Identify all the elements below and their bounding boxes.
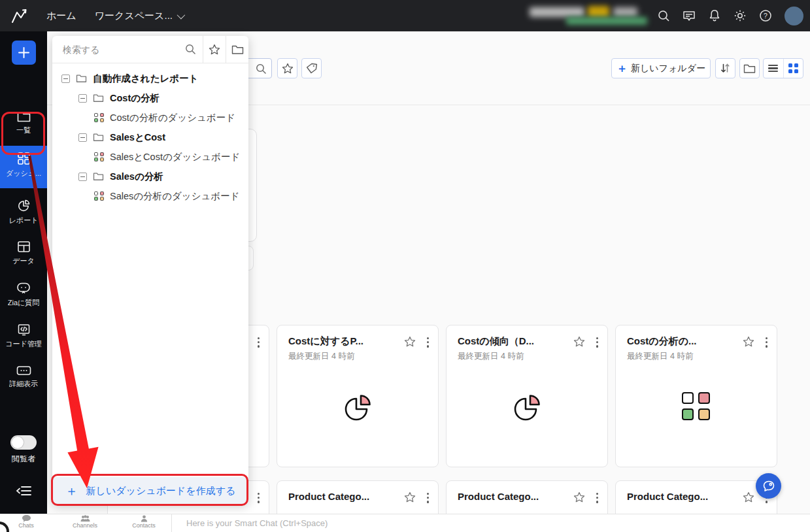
panel-folder-button[interactable]: [226, 36, 248, 63]
sort-button[interactable]: [715, 58, 735, 78]
table-icon: [17, 241, 31, 253]
more-menu-icon[interactable]: [258, 337, 260, 348]
dashboards-flyout-panel: 自動作成されたレポート Costの分析 Costの分析のダッシュボード Sale…: [52, 36, 248, 505]
more-icon: [16, 365, 31, 376]
folder-icon: [93, 133, 104, 142]
grid-view-button[interactable]: [783, 59, 803, 78]
sidebar-item-reports[interactable]: レポート: [0, 193, 47, 231]
viewer-toggle[interactable]: [10, 435, 37, 450]
tree-item-dashboard[interactable]: Costの分析のダッシュボード: [52, 108, 248, 127]
chevron-down-icon: [177, 10, 186, 19]
panel-search-row: [52, 36, 248, 63]
chat-tab-chats[interactable]: Chats: [3, 515, 49, 529]
panel-favorites-button[interactable]: [203, 36, 226, 63]
left-sidebar: 一覧 ダッシュ... レポート データ: [0, 31, 47, 514]
nav-home-label: ホーム: [46, 10, 76, 22]
more-menu-icon[interactable]: [596, 337, 598, 348]
star-icon[interactable]: [573, 491, 585, 503]
sidebar-item-list[interactable]: 一覧: [0, 105, 47, 141]
collapse-minus-icon[interactable]: [61, 75, 70, 83]
pie-chart-icon: [509, 392, 545, 425]
collapse-sidebar-icon[interactable]: [16, 484, 33, 498]
chat-tab-label: Channels: [73, 522, 97, 529]
more-menu-icon[interactable]: [258, 493, 260, 503]
zia-chat-icon: [16, 282, 31, 295]
feedback-icon[interactable]: [683, 9, 696, 22]
nav-home[interactable]: ホーム: [46, 10, 76, 22]
collapse-minus-icon[interactable]: [78, 94, 87, 103]
collapse-minus-icon[interactable]: [78, 173, 87, 181]
help-icon[interactable]: ?: [759, 9, 772, 22]
channels-icon: [80, 515, 90, 522]
more-menu-icon[interactable]: [427, 493, 429, 503]
list-view-icon: [768, 63, 778, 74]
bell-icon[interactable]: [708, 9, 721, 22]
star-icon[interactable]: [404, 491, 416, 503]
tag-icon: [305, 62, 318, 75]
tree-item-folder[interactable]: Costの分析: [52, 88, 248, 108]
new-folder-button[interactable]: ＋ 新しいフォルダー: [611, 58, 711, 78]
folder-icon: [93, 172, 104, 181]
tree-item-label: SalesとCost: [110, 131, 165, 144]
analytics-logo-icon[interactable]: [10, 7, 28, 25]
dashboard-mini-icon: [94, 191, 104, 201]
list-view-button[interactable]: [764, 59, 783, 78]
chat-tab-contacts[interactable]: Contacts: [121, 515, 167, 529]
more-menu-icon[interactable]: [427, 337, 429, 348]
card-updated: 最終更新日 4 時前: [616, 351, 777, 362]
tree-item-label: Salesの分析のダッシュボード: [110, 190, 240, 203]
tree-item-dashboard[interactable]: SalesとCostのダッシュボード: [52, 147, 248, 167]
sidebar-item-data[interactable]: データ: [0, 235, 47, 272]
star-icon[interactable]: [404, 336, 416, 348]
create-new-button[interactable]: [12, 41, 36, 65]
star-icon[interactable]: [743, 336, 754, 348]
nav-workspace[interactable]: ワークスペース...: [95, 10, 183, 22]
collapse-minus-icon[interactable]: [78, 133, 87, 142]
dashboard-card[interactable]: Costに対するP... 最終更新日 4 時前: [277, 325, 439, 467]
sidebar-item-label: レポート: [9, 216, 39, 225]
more-menu-icon[interactable]: [596, 493, 598, 503]
tree-item-label: Salesの分析: [110, 171, 163, 183]
star-icon[interactable]: [573, 336, 585, 348]
dashboard-card[interactable]: Costの分析の... 最終更新日 4 時前: [615, 325, 777, 467]
chat-tab-channels[interactable]: Channels: [62, 515, 108, 529]
nav-workspace-label: ワークスペース...: [95, 10, 173, 22]
smart-chat-fab[interactable]: [756, 473, 781, 499]
contacts-icon: [141, 515, 148, 522]
tree-item-dashboard[interactable]: Salesの分析のダッシュボード: [52, 186, 248, 206]
folder-icon: [93, 93, 104, 103]
folder-icon: [76, 74, 87, 83]
card-title: Costの傾向（D...: [458, 335, 534, 348]
sidebar-item-details[interactable]: 詳細表示: [0, 359, 47, 395]
sidebar-item-code[interactable]: コード管理: [0, 318, 47, 355]
favorites-filter-button[interactable]: [277, 58, 297, 78]
dashboard-card[interactable]: Costの傾向（D... 最終更新日 4 時前: [446, 325, 608, 467]
tree-item-label: Costの分析: [110, 92, 160, 105]
card-title: Product Catego...: [458, 491, 539, 502]
sidebar-item-dashboards[interactable]: ダッシュ...: [0, 146, 47, 188]
panel-search-input[interactable]: [63, 44, 181, 55]
sort-arrows-icon: [720, 63, 731, 74]
tags-filter-button[interactable]: [301, 58, 322, 78]
tree-item-label: SalesとCostのダッシュボード: [110, 151, 240, 163]
star-icon[interactable]: [743, 491, 754, 503]
more-menu-icon[interactable]: [766, 337, 768, 348]
blurred-plan-text: [613, 7, 637, 17]
blurred-upgrade-link: [566, 17, 647, 25]
tree-item-folder[interactable]: Salesの分析: [52, 167, 248, 186]
dashboard-mini-icon: [94, 152, 104, 162]
sidebar-item-label: ダッシュ...: [6, 169, 41, 178]
tree-item-folder[interactable]: 自動作成されたレポート: [52, 69, 248, 88]
pie-chart-icon: [340, 392, 375, 425]
user-avatar[interactable]: [785, 7, 803, 25]
folder-view-button[interactable]: [739, 58, 760, 78]
sidebar-item-label: コード管理: [5, 339, 42, 349]
plus-icon: ＋: [65, 484, 78, 497]
gear-icon[interactable]: [734, 9, 747, 22]
navbar-right-group: ?: [657, 0, 803, 31]
smart-chat-placeholder[interactable]: Here is your Smart Chat (Ctrl+Space): [186, 518, 328, 528]
sidebar-item-ask-zia[interactable]: Ziaに質問: [0, 276, 47, 314]
create-dashboard-button[interactable]: ＋ 新しいダッシュボードを作成する: [52, 477, 248, 505]
tree-item-folder[interactable]: SalesとCost: [52, 127, 248, 147]
search-icon[interactable]: [657, 9, 670, 22]
